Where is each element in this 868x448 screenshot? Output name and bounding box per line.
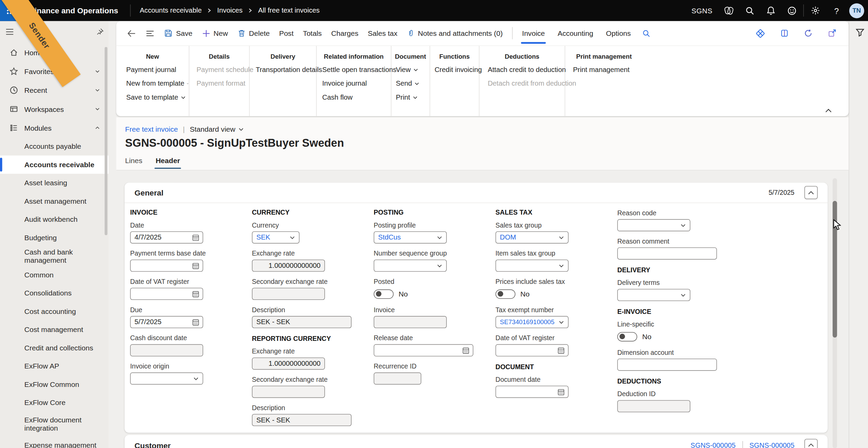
sidebar-module-accounts-receivable[interactable]: Accounts receivable xyxy=(0,156,109,174)
sidebar-item-modules[interactable]: Modules xyxy=(0,118,109,137)
invoice-origin-select[interactable] xyxy=(130,373,203,385)
document-date-input[interactable] xyxy=(496,386,569,398)
menu-item-view[interactable]: View xyxy=(392,66,430,74)
due-date-input[interactable]: 5/7/2025 xyxy=(130,316,203,328)
tab-lines[interactable]: Lines xyxy=(125,157,142,169)
totals-button[interactable]: Totals xyxy=(303,29,322,37)
sidebar-module-exflow-ap[interactable]: ExFlow AP xyxy=(0,357,109,375)
sidebar-scrollbar[interactable] xyxy=(105,47,108,235)
sales-tax-vat-date-input[interactable] xyxy=(496,344,569,357)
tab-invoice[interactable]: Invoice xyxy=(521,21,546,45)
sidebar-module-exflow-core[interactable]: ExFlow Core xyxy=(0,393,109,412)
menu-item-new-from-template[interactable]: New from template xyxy=(116,80,189,88)
save-button[interactable]: Save xyxy=(164,29,193,38)
copilot-button[interactable] xyxy=(718,0,739,21)
menu-item-attach-credit-to-deduction[interactable]: Attach credit to deduction xyxy=(480,66,565,74)
post-button[interactable]: Post xyxy=(279,29,294,37)
menu-item-send[interactable]: Send xyxy=(392,80,430,88)
breadcrumb-invoices[interactable]: Invoices xyxy=(217,6,242,14)
sidebar-module-cost-management[interactable]: Cost management xyxy=(0,320,109,339)
settings-button[interactable] xyxy=(805,0,826,21)
search-button[interactable] xyxy=(739,0,760,21)
avatar[interactable]: TN xyxy=(849,3,864,18)
sidebar-module-credit-and-collections[interactable]: Credit and collections xyxy=(0,339,109,357)
nav-pin-button[interactable] xyxy=(96,28,104,35)
menu-item-cash-flow[interactable]: Cash flow xyxy=(317,93,391,101)
nav-collapse-button[interactable] xyxy=(5,28,14,35)
sidebar-module-asset-management[interactable]: Asset management xyxy=(0,192,109,211)
charges-button[interactable]: Charges xyxy=(331,29,358,37)
customer-section-header[interactable]: Customer SGNS-000005 SGNS-000005 xyxy=(125,435,828,448)
nav-list-button[interactable] xyxy=(146,30,155,37)
menu-item-transportation-details[interactable]: Transportation details xyxy=(250,66,316,74)
release-date-input[interactable] xyxy=(374,344,473,357)
sales-tax-button[interactable]: Sales tax xyxy=(368,29,398,37)
back-button[interactable] xyxy=(127,29,136,37)
sidebar-item-recent[interactable]: Recent xyxy=(0,81,109,100)
sidebar-item-workspaces[interactable]: Workspaces xyxy=(0,100,109,118)
personalize-button[interactable] xyxy=(756,29,765,38)
delete-button[interactable]: Delete xyxy=(237,29,270,38)
tab-header[interactable]: Header xyxy=(156,157,180,169)
collapse-general-button[interactable] xyxy=(805,186,818,199)
help-button[interactable]: ? xyxy=(826,0,847,21)
tab-accounting[interactable]: Accounting xyxy=(556,21,594,45)
open-new-window-button[interactable] xyxy=(828,29,837,38)
posted-toggle[interactable] xyxy=(374,289,394,299)
menu-item-payment-journal[interactable]: Payment journal xyxy=(116,66,189,74)
main-scrollbar[interactable] xyxy=(833,178,837,448)
sidebar-module-exflow-common[interactable]: ExFlow Common xyxy=(0,375,109,394)
sidebar-module-cash-and-bank[interactable]: Cash and bank management xyxy=(0,247,109,265)
payment-terms-base-date-input[interactable] xyxy=(130,260,203,272)
item-sales-tax-group-select[interactable] xyxy=(496,260,569,272)
menu-item-invoice-journal[interactable]: Invoice journal xyxy=(317,80,391,88)
calendar-icon[interactable] xyxy=(462,346,470,355)
sidebar-module-asset-leasing[interactable]: Asset leasing xyxy=(0,174,109,192)
number-sequence-group-select[interactable] xyxy=(374,260,447,272)
delivery-terms-select[interactable] xyxy=(617,289,690,301)
notes-attachments-button[interactable]: Notes and attachments (0) xyxy=(407,29,503,38)
reason-code-select[interactable] xyxy=(617,219,690,231)
customer-account-link[interactable]: SGNS-000005 xyxy=(691,441,736,448)
posting-profile-select[interactable]: StdCus xyxy=(374,231,447,244)
sidebar-module-expense-management[interactable]: Expense management xyxy=(0,436,109,448)
menu-item-print-management[interactable]: Print management xyxy=(565,66,643,74)
calendar-icon[interactable] xyxy=(191,290,200,298)
view-selector[interactable]: Standard view xyxy=(190,125,244,133)
record-type-link[interactable]: Free text invoice xyxy=(125,125,178,133)
menu-item-save-to-template[interactable]: Save to template xyxy=(116,93,189,101)
customer-invoice-link[interactable]: SGNS-000005 xyxy=(750,441,795,448)
calendar-icon[interactable] xyxy=(557,346,565,355)
vat-register-date-input[interactable] xyxy=(130,288,203,300)
menu-item-credit-invoicing[interactable]: Credit invoicing xyxy=(430,66,479,74)
refresh-button[interactable] xyxy=(804,29,813,38)
breadcrumb-accounts-receivable[interactable]: Accounts receivable xyxy=(140,6,202,14)
menu-item-print[interactable]: Print xyxy=(392,93,430,101)
action-search-button[interactable] xyxy=(642,29,651,37)
breadcrumb-all-free-text-invoices[interactable]: All free text invoices xyxy=(258,6,319,14)
sidebar-module-exflow-document-integration[interactable]: ExFlow document integration xyxy=(0,412,109,436)
calendar-icon[interactable] xyxy=(191,318,200,327)
dimension-account-input[interactable] xyxy=(617,359,717,371)
collapse-customer-button[interactable] xyxy=(805,438,818,448)
calendar-icon[interactable] xyxy=(191,233,200,242)
general-section-header[interactable]: General 5/7/2025 xyxy=(125,183,828,203)
sidebar-module-audit-workbench[interactable]: Audit workbench xyxy=(0,210,109,229)
notifications-button[interactable] xyxy=(760,0,781,21)
sidebar-module-cost-accounting[interactable]: Cost accounting xyxy=(0,302,109,321)
collapse-action-pane-button[interactable] xyxy=(822,106,835,115)
environment-button[interactable]: SGNS xyxy=(692,6,713,15)
feedback-button[interactable] xyxy=(781,0,802,21)
tax-exempt-number-select[interactable]: SE7340169100005 xyxy=(496,316,569,328)
menu-item-settle-open-transactions[interactable]: Settle open transactions xyxy=(317,66,391,74)
showhide-pane-button[interactable] xyxy=(780,29,789,38)
line-specific-toggle[interactable] xyxy=(617,332,637,341)
sales-tax-group-select[interactable]: DOM xyxy=(496,231,569,244)
date-input[interactable]: 4/7/2025 xyxy=(130,231,203,244)
sidebar-module-consolidations[interactable]: Consolidations xyxy=(0,284,109,302)
new-button[interactable]: New xyxy=(202,29,228,37)
calendar-icon[interactable] xyxy=(557,388,565,396)
sidebar-module-common[interactable]: Common xyxy=(0,266,109,284)
filter-button[interactable] xyxy=(855,28,865,37)
app-title[interactable]: Finance and Operations xyxy=(30,6,118,15)
